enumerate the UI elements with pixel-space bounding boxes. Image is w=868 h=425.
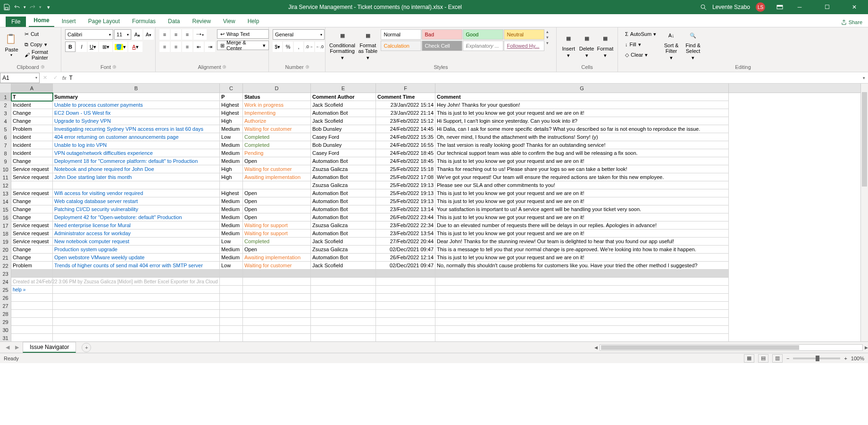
cell-time[interactable]: 27/Feb/2022 20:44 — [376, 238, 435, 246]
cell-type[interactable]: Service request — [11, 230, 53, 238]
format-cells-button[interactable]: ▦Format▾ — [597, 29, 614, 60]
cell-author[interactable]: Casey Ford — [311, 133, 376, 141]
cell-comment[interactable]: No, normally this shouldn't cause proble… — [435, 262, 729, 270]
row-header[interactable]: 27 — [0, 302, 11, 310]
vertical-scrollbar[interactable] — [860, 84, 868, 341]
cell-type[interactable]: Service request — [11, 189, 53, 197]
format-as-table-button[interactable]: ▦Format as Table▾ — [357, 29, 378, 60]
formula-input[interactable]: T — [67, 75, 860, 81]
style-check-cell[interactable]: Check Cell — [422, 41, 462, 51]
cell-priority[interactable]: Low — [220, 238, 243, 246]
conditional-formatting-button[interactable]: ▦Conditional Formatting▾ — [329, 29, 355, 60]
cell-status[interactable]: Waiting for support — [243, 221, 311, 230]
hscroll-right-icon[interactable]: ▶ — [865, 345, 868, 350]
cell[interactable] — [435, 270, 729, 278]
cell-comment[interactable]: This is just to let you know we got your… — [435, 230, 729, 238]
cell-priority[interactable]: Medium — [220, 157, 243, 165]
tab-insert[interactable]: Insert — [57, 16, 81, 27]
cell-priority[interactable]: Medium — [220, 246, 243, 254]
row-header[interactable]: 28 — [0, 310, 11, 318]
find-select-button[interactable]: 🔍Find & Select▾ — [683, 29, 703, 60]
cell-status[interactable]: Open — [243, 197, 311, 205]
zoom-slider[interactable] — [793, 357, 840, 359]
cell-priority[interactable]: Medium — [220, 125, 243, 133]
tab-home[interactable]: Home — [29, 15, 54, 27]
cell[interactable] — [376, 270, 435, 278]
cell[interactable] — [243, 302, 311, 310]
wrap-text-button[interactable]: ↩ Wrap Text — [217, 29, 269, 39]
save-icon[interactable] — [3, 3, 10, 11]
cell[interactable] — [376, 278, 435, 286]
redo-icon[interactable] — [29, 3, 36, 11]
cell-priority[interactable]: Highest — [220, 189, 243, 197]
align-bottom-icon[interactable]: ≡ — [182, 29, 192, 40]
cell-comment[interactable]: This is just to let you know we got your… — [435, 213, 729, 221]
cell-time[interactable]: 23/Jan/2022 15:14 — [376, 101, 435, 109]
search-icon[interactable] — [700, 4, 707, 10]
normal-view-icon[interactable]: ▦ — [744, 354, 754, 363]
cell[interactable] — [243, 270, 311, 278]
cell-type[interactable]: Change — [11, 117, 53, 125]
cell[interactable] — [311, 318, 376, 326]
decrease-font-icon[interactable]: A▾ — [143, 29, 154, 40]
decrease-indent-icon[interactable]: ⇤ — [193, 42, 204, 52]
row-header[interactable]: 6 — [0, 133, 11, 141]
number-format-dropdown[interactable]: General▾ — [273, 29, 325, 40]
cell-type[interactable]: Problem — [11, 125, 53, 133]
cell-status[interactable]: Awaiting implementation — [243, 254, 311, 262]
cell[interactable] — [311, 294, 376, 302]
cell-summary[interactable]: Open webstore VMware weekly update — [53, 254, 220, 262]
cell-type[interactable]: Service request — [11, 173, 53, 181]
style-explanatory[interactable]: Explanatory ... — [463, 41, 503, 51]
cell-status[interactable]: Open — [243, 213, 311, 221]
cell-priority[interactable]: Highest — [220, 109, 243, 117]
cell[interactable] — [435, 310, 729, 318]
cell-summary[interactable]: Unable to log into VPN — [53, 141, 220, 149]
row-header[interactable]: 12 — [0, 181, 11, 189]
cell-summary[interactable]: Deployment 18 for "Commerce platform: de… — [53, 157, 220, 165]
cell-status[interactable]: Completed — [243, 238, 311, 246]
cell-priority[interactable] — [220, 181, 243, 189]
hscroll-left-icon[interactable]: ◀ — [594, 345, 598, 350]
help-link[interactable]: help » — [11, 286, 53, 294]
cell-comment[interactable]: Our technical support team was able to c… — [435, 149, 729, 157]
cell-author[interactable]: Automation Bot — [311, 213, 376, 221]
cell[interactable] — [53, 286, 220, 294]
cell-comment[interactable]: Hi Dalia, can I ask for some more specif… — [435, 125, 729, 133]
cell-time[interactable]: 24/Feb/2022 18:45 — [376, 149, 435, 157]
maximize-button[interactable]: ☐ — [816, 0, 838, 14]
fx-icon[interactable]: fx — [62, 75, 67, 81]
cell-time[interactable]: 23/Feb/2022 22:34 — [376, 221, 435, 230]
cell-time[interactable]: 02/Dec/2021 09:47 — [376, 246, 435, 254]
increase-indent-icon[interactable]: ⇥ — [205, 42, 215, 52]
tab-view[interactable]: View — [218, 16, 240, 27]
cell-comment[interactable]: This is just to let you know we got your… — [435, 254, 729, 262]
cell-time[interactable]: 24/Feb/2022 18:45 — [376, 157, 435, 165]
cell-status[interactable]: Pending — [243, 149, 311, 157]
cell-summary[interactable]: Web catalog database server restart — [53, 197, 220, 205]
col-e[interactable]: E — [311, 84, 376, 93]
increase-decimal-icon[interactable]: .0→ — [304, 42, 314, 52]
col-a[interactable]: A — [11, 84, 53, 93]
cell[interactable] — [243, 278, 311, 286]
tab-help[interactable]: Help — [243, 16, 264, 27]
cell-type[interactable]: Service request — [11, 165, 53, 173]
cell-time[interactable]: 24/Feb/2022 15:35 — [376, 133, 435, 141]
align-top-icon[interactable]: ≡ — [159, 29, 170, 40]
cell-status[interactable]: Implementing — [243, 109, 311, 117]
row-header[interactable]: 19 — [0, 238, 11, 246]
cell[interactable] — [243, 318, 311, 326]
cell-comment[interactable]: This is just to let you know we got your… — [435, 157, 729, 165]
cell[interactable] — [11, 326, 53, 334]
styles-more-icon[interactable]: ▾ — [546, 41, 552, 45]
row-header[interactable]: 31 — [0, 334, 11, 341]
row-header[interactable]: 17 — [0, 221, 11, 230]
cell[interactable] — [243, 334, 311, 341]
cell[interactable] — [376, 286, 435, 294]
cell[interactable] — [435, 334, 729, 341]
align-center-icon[interactable]: ≡ — [171, 42, 181, 52]
row-header[interactable]: 25 — [0, 286, 11, 294]
cell-comment[interactable]: Hey John! Thanks for your question! — [435, 101, 729, 109]
cell-author[interactable]: Automation Bot — [311, 189, 376, 197]
select-all-corner[interactable] — [0, 84, 11, 93]
